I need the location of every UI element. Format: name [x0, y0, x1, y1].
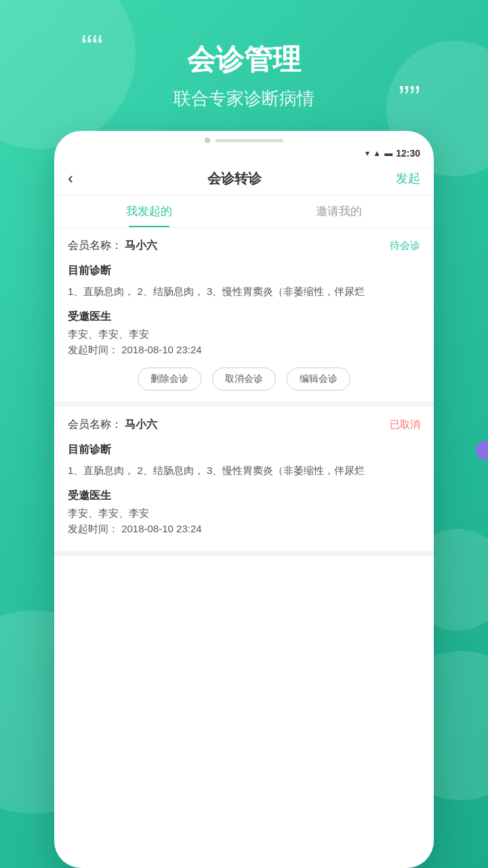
tab-my-initiated[interactable]: 我发起的	[54, 195, 244, 227]
purple-decoration	[476, 441, 488, 460]
status-badge-2: 已取消	[390, 418, 420, 431]
doctor-section-1: 受邀医生 李安、李安、李安 发起时间： 2018-08-10 23:24	[68, 310, 420, 357]
status-badge-1: 待会诊	[390, 239, 420, 252]
nav-bar: ‹ 会诊转诊 发起	[54, 162, 434, 195]
page-subtitle: 联合专家诊断病情	[41, 87, 447, 111]
wifi-icon: ▾	[365, 149, 369, 158]
consultation-card-2: 会员名称： 马小六 已取消 目前诊断 1、直肠息肉， 2、结肠息肉， 3、慢性胃…	[54, 407, 434, 556]
cancel-consultation-btn[interactable]: 取消会诊	[212, 368, 276, 391]
delete-consultation-btn[interactable]: 删除会诊	[138, 368, 201, 391]
nav-title: 会诊转诊	[207, 170, 262, 188]
action-buttons-1: 删除会诊 取消会诊 编辑会诊	[68, 368, 420, 391]
status-time: 12:30	[396, 148, 420, 159]
diagnosis-title-2: 目前诊断	[68, 443, 420, 457]
phone-mockup: ▾ ▲ ▬ 12:30 ‹ 会诊转诊 发起 我发起的 邀请我的 会员名称： 马小…	[54, 131, 434, 868]
card-header-2: 会员名称： 马小六 已取消	[68, 418, 420, 432]
doctor-names-2: 李安、李安、李安	[68, 507, 420, 520]
member-label-2: 会员名称： 马小六	[68, 418, 157, 432]
content-list: 会员名称： 马小六 待会诊 目前诊断 1、直肠息肉， 2、结肠息肉， 3、慢性胃…	[54, 228, 434, 868]
diagnosis-title-1: 目前诊断	[68, 264, 420, 278]
phone-notch	[54, 131, 434, 146]
time-label-2: 发起时间： 2018-08-10 23:24	[68, 523, 420, 536]
time-label-1: 发起时间： 2018-08-10 23:24	[68, 344, 420, 357]
member-label-1: 会员名称： 马小六	[68, 239, 157, 253]
diagnosis-content-1: 1、直肠息肉， 2、结肠息肉， 3、慢性胃窦炎（非萎缩性，伴尿烂	[68, 282, 420, 300]
signal-icon: ▲	[373, 149, 381, 158]
doctor-section-2: 受邀医生 李安、李安、李安 发起时间： 2018-08-10 23:24	[68, 489, 420, 536]
status-bar: ▾ ▲ ▬ 12:30	[54, 146, 434, 162]
tab-bar: 我发起的 邀请我的	[54, 195, 434, 228]
quote-left-icon: ““	[81, 31, 103, 63]
diagnosis-content-2: 1、直肠息肉， 2、结肠息肉， 3、慢性胃窦炎（非萎缩性，伴尿烂	[68, 461, 420, 479]
battery-icon: ▬	[384, 149, 392, 158]
header-area: ““ ”” 会诊管理 联合专家诊断病情	[0, 0, 488, 131]
notch-camera	[205, 138, 210, 143]
edit-consultation-btn[interactable]: 编辑会诊	[287, 368, 350, 391]
doctor-title-2: 受邀医生	[68, 489, 420, 503]
quote-right-icon: ””	[399, 81, 420, 114]
card-header-1: 会员名称： 马小六 待会诊	[68, 239, 420, 253]
back-button[interactable]: ‹	[68, 169, 73, 188]
tab-invited-me[interactable]: 邀请我的	[244, 195, 434, 227]
consultation-card-1: 会员名称： 马小六 待会诊 目前诊断 1、直肠息肉， 2、结肠息肉， 3、慢性胃…	[54, 228, 434, 407]
doctor-title-1: 受邀医生	[68, 310, 420, 324]
notch-bar	[216, 139, 283, 142]
launch-button[interactable]: 发起	[396, 170, 420, 186]
doctor-names-1: 李安、李安、李安	[68, 328, 420, 341]
